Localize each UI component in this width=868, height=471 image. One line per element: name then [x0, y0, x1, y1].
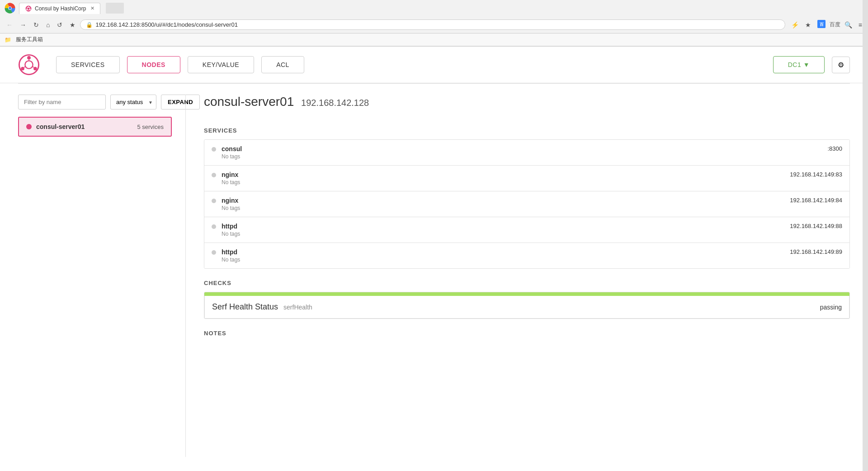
- status-select-wrapper: any status passing warning critical: [110, 95, 156, 109]
- keyvalue-nav-btn[interactable]: KEY/VALUE: [188, 56, 254, 73]
- status-select[interactable]: any status passing warning critical: [110, 95, 156, 109]
- service-info: consul No tags: [222, 145, 822, 160]
- svg-point-6: [28, 6, 29, 8]
- star-action-btn[interactable]: ★: [803, 19, 813, 30]
- home-button[interactable]: ⌂: [43, 19, 52, 30]
- service-info: nginx No tags: [222, 197, 784, 211]
- consul-logo-icon: [18, 54, 40, 76]
- node-status-indicator: [26, 124, 32, 129]
- back-button[interactable]: ←: [4, 19, 15, 30]
- history-back-button[interactable]: ↺: [54, 19, 65, 30]
- service-status-indicator: [212, 173, 216, 177]
- svg-point-14: [21, 67, 24, 71]
- node-name: consul-server01: [36, 123, 85, 130]
- notes-section: NOTES: [204, 330, 850, 337]
- tab-favicon: [25, 5, 32, 12]
- node-list-item[interactable]: consul-server01 5 services: [18, 117, 172, 137]
- node-header: consul-server01 192.168.142.128: [204, 95, 850, 116]
- consul-logo[interactable]: [18, 54, 40, 76]
- right-panel: consul-server01 192.168.142.128 SERVICES…: [185, 95, 850, 457]
- checks-container: Serf Health Status serfHealth passing: [204, 292, 850, 319]
- service-item-httpd-88[interactable]: httpd No tags 192.168.142.149:88: [204, 217, 849, 243]
- reload-button[interactable]: ↻: [31, 19, 42, 30]
- check-name: Serf Health Status: [212, 302, 278, 312]
- svg-text:百: 百: [819, 22, 824, 27]
- top-nav: SERVICES NODES KEY/VALUE ACL DC1 ▼ ⚙: [0, 47, 868, 83]
- svg-point-3: [9, 7, 11, 10]
- service-info: httpd No tags: [222, 223, 784, 237]
- new-tab-button[interactable]: [106, 3, 124, 14]
- service-item-consul[interactable]: consul No tags :8300: [204, 140, 849, 166]
- service-name: nginx: [222, 197, 784, 204]
- scrollbar-thumb[interactable]: [863, 0, 868, 471]
- lightning-icon-btn[interactable]: ⚡: [789, 19, 801, 30]
- service-address: 192.168.142.149:83: [790, 171, 842, 178]
- acl-nav-btn[interactable]: ACL: [261, 56, 304, 73]
- services-nav-btn[interactable]: SERVICES: [56, 56, 120, 73]
- checks-section: CHECKS Serf Health Status serfHealth pas…: [204, 280, 850, 319]
- service-item-nginx-84[interactable]: nginx No tags 192.168.142.149:84: [204, 191, 849, 217]
- search-icon-btn[interactable]: 🔍: [842, 19, 854, 30]
- service-address: 192.168.142.149:84: [790, 197, 842, 204]
- service-status-indicator: [212, 224, 216, 229]
- node-ip-address: 192.168.142.128: [301, 98, 369, 108]
- svg-point-7: [26, 9, 28, 10]
- service-name: httpd: [222, 248, 784, 256]
- dc1-dropdown-btn[interactable]: DC1 ▼: [773, 56, 825, 73]
- address-bar[interactable]: 🔒 192.168.142.128:8500/ui/#/dc1/nodes/co…: [80, 19, 785, 30]
- baidu-action-btn[interactable]: 百: [815, 18, 828, 31]
- nodes-nav-btn[interactable]: NODES: [127, 56, 180, 73]
- gear-icon: ⚙: [838, 61, 844, 69]
- check-id: serfHealth: [283, 304, 312, 311]
- service-address: 192.168.142.149:89: [790, 248, 842, 255]
- services-section: SERVICES consul No tags :8300: [204, 127, 850, 269]
- service-tags: No tags: [222, 257, 784, 263]
- service-tags: No tags: [222, 205, 784, 211]
- svg-point-13: [27, 56, 31, 60]
- settings-btn[interactable]: ⚙: [832, 57, 850, 73]
- service-status-indicator: [212, 199, 216, 203]
- tab-close-button[interactable]: ✕: [90, 5, 94, 11]
- services-section-title: SERVICES: [204, 127, 850, 134]
- svg-point-15: [33, 67, 37, 71]
- folder-icon: 📁: [5, 37, 11, 43]
- service-name: httpd: [222, 223, 784, 230]
- service-address: :8300: [827, 145, 842, 152]
- tab-title: Consul by HashiCorp: [35, 5, 86, 12]
- chrome-logo-icon: [5, 3, 15, 14]
- svg-point-12: [25, 61, 33, 68]
- service-item-nginx-83[interactable]: nginx No tags 192.168.142.149:83: [204, 166, 849, 191]
- services-list: consul No tags :8300 nginx No tags: [204, 139, 850, 269]
- bookmarks-bar: 📁 服务工具箱: [0, 33, 868, 46]
- service-name: consul: [222, 145, 822, 152]
- service-info: nginx No tags: [222, 171, 784, 186]
- left-panel: any status passing warning critical EXPA…: [18, 95, 172, 457]
- service-tags: No tags: [222, 153, 822, 160]
- service-name: nginx: [222, 171, 784, 178]
- node-detail-title: consul-server01: [204, 95, 294, 109]
- notes-section-title: NOTES: [204, 330, 850, 337]
- checks-section-title: CHECKS: [204, 280, 850, 286]
- service-address: 192.168.142.149:88: [790, 223, 842, 229]
- chevron-down-icon: ▼: [803, 61, 810, 68]
- check-status: passing: [820, 304, 842, 311]
- node-services-count: 5 services: [137, 124, 164, 130]
- filter-row: any status passing warning critical EXPA…: [18, 95, 172, 109]
- service-status-indicator: [212, 147, 216, 152]
- check-passing-bar: [204, 292, 849, 296]
- dc1-label: DC1: [788, 61, 802, 68]
- bookmark-star-button[interactable]: ★: [67, 19, 78, 30]
- check-item-serf[interactable]: Serf Health Status serfHealth passing: [204, 296, 849, 319]
- filter-by-name-input[interactable]: [18, 95, 106, 109]
- service-tags: No tags: [222, 231, 784, 237]
- baidu-label: 百度: [830, 21, 840, 29]
- lock-icon: 🔒: [86, 22, 93, 28]
- service-info: httpd No tags: [222, 248, 784, 263]
- bookmarks-item-tools[interactable]: 服务工具箱: [13, 35, 46, 44]
- forward-button[interactable]: →: [17, 19, 29, 30]
- svg-point-8: [29, 9, 31, 10]
- baidu-icon: 百: [817, 20, 826, 28]
- url-text: 192.168.142.128:8500/ui/#/dc1/nodes/cons…: [95, 21, 779, 28]
- browser-tab[interactable]: Consul by HashiCorp ✕: [19, 3, 100, 14]
- service-item-httpd-89[interactable]: httpd No tags 192.168.142.149:89: [204, 243, 849, 268]
